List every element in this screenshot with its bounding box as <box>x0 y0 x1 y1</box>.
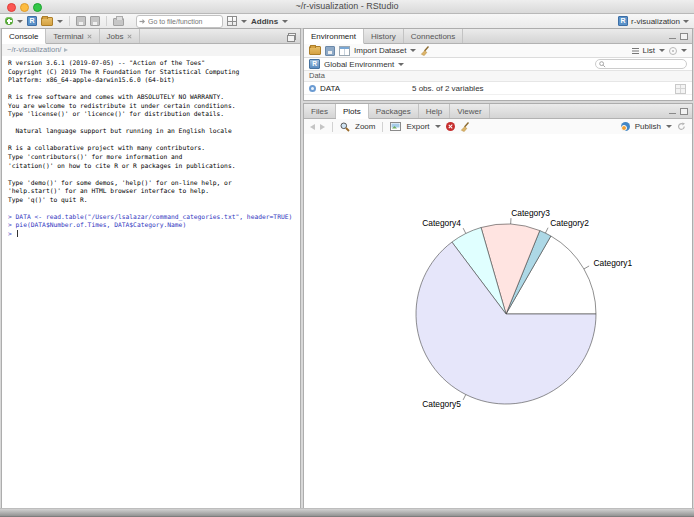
environment-pane: Environment History Connections Import D… <box>303 28 693 101</box>
minimize-pane-icon[interactable] <box>669 113 676 114</box>
maximize-pane-icon[interactable] <box>680 108 688 115</box>
new-project-icon[interactable]: R <box>27 16 37 26</box>
clear-workspace-broom-icon[interactable] <box>420 46 430 56</box>
console-line: Type 'demo()' for some demos, 'help()' f… <box>8 179 300 188</box>
tab-terminal[interactable]: Terminal <box>46 29 99 43</box>
environment-object-row[interactable]: DATA 5 obs. of 2 variables <box>304 82 692 95</box>
tab-connections[interactable]: Connections <box>404 29 463 43</box>
plots-toolbar: Zoom Export Publish <box>304 119 692 135</box>
list-view-icon[interactable] <box>632 48 639 55</box>
console-line <box>8 170 300 179</box>
zoom-plot-button[interactable]: Zoom <box>355 122 375 131</box>
tab-history[interactable]: History <box>364 29 404 43</box>
save-icon[interactable] <box>76 16 86 26</box>
tab-plots[interactable]: Plots <box>336 104 369 119</box>
save-all-icon[interactable] <box>90 16 100 26</box>
maximize-pane-icon[interactable] <box>680 33 688 40</box>
tab-label: Terminal <box>53 30 83 43</box>
chevron-down-icon[interactable] <box>282 20 288 23</box>
tab-files[interactable]: Files <box>304 104 336 118</box>
import-dataset-button[interactable]: Import Dataset <box>354 46 406 55</box>
chevron-down-icon[interactable] <box>57 20 63 23</box>
publish-icon[interactable] <box>621 122 630 131</box>
chevron-down-icon[interactable] <box>17 20 23 23</box>
environment-search-input[interactable] <box>608 60 680 69</box>
addins-menu[interactable]: Addins <box>251 17 278 26</box>
console-line <box>8 204 300 213</box>
close-icon[interactable] <box>87 34 92 39</box>
print-icon[interactable] <box>113 18 124 26</box>
view-table-icon[interactable] <box>675 84 686 94</box>
console-line: 'citation()' on how to cite R or R packa… <box>8 162 300 171</box>
next-plot-icon[interactable] <box>320 124 325 130</box>
clear-all-plots-broom-icon[interactable] <box>460 122 470 132</box>
project-selector[interactable]: R r-visualization <box>618 16 689 26</box>
console-line: R is free software and comes with ABSOLU… <box>8 93 300 102</box>
pane-controls <box>288 29 300 43</box>
tab-console[interactable]: Console <box>2 29 46 44</box>
zoom-magnifier-icon[interactable] <box>340 122 350 132</box>
environment-scope-bar: R Global Environment <box>304 58 692 71</box>
tab-label: Jobs <box>107 30 124 43</box>
toolbar-separator <box>106 16 107 26</box>
console-line <box>8 85 300 94</box>
plots-pane: Files Plots Packages Help Viewer Zoom Ex… <box>303 103 693 510</box>
open-file-icon[interactable] <box>41 17 53 26</box>
window-bottom-bar <box>0 508 694 516</box>
data-section-header: Data <box>304 71 692 82</box>
console-pane: Console Terminal Jobs ~/r-visualization/… <box>1 28 301 510</box>
chevron-down-icon[interactable] <box>435 125 441 128</box>
refresh-icon[interactable] <box>677 122 686 131</box>
pie-label: Category5 <box>422 399 461 409</box>
remove-plot-icon[interactable] <box>446 122 455 131</box>
maximize-pane-icon[interactable] <box>288 33 296 40</box>
close-icon[interactable] <box>127 34 132 39</box>
goto-working-directory-icon[interactable] <box>64 48 68 52</box>
zoom-window-icon[interactable] <box>33 3 42 12</box>
pie-label: Category4 <box>422 218 461 228</box>
minimize-window-icon[interactable] <box>20 3 29 12</box>
object-name[interactable]: DATA <box>320 84 340 93</box>
pie-chart: Category1Category2Category3Category4Cate… <box>304 134 692 509</box>
environment-search-box <box>595 59 687 69</box>
chevron-down-icon[interactable] <box>398 63 404 66</box>
chevron-down-icon[interactable] <box>241 20 247 23</box>
publish-button[interactable]: Publish <box>635 122 661 131</box>
chevron-down-icon[interactable] <box>410 49 416 52</box>
tab-help[interactable]: Help <box>419 104 450 118</box>
save-workspace-icon[interactable] <box>325 46 335 56</box>
export-image-icon[interactable] <box>390 122 401 131</box>
console-output[interactable]: R version 3.6.1 (2019-07-05) -- "Action … <box>2 56 300 509</box>
pie-label-tick <box>584 266 589 269</box>
import-dataset-icon[interactable] <box>339 46 350 56</box>
console-line: Type 'q()' to quit R. <box>8 196 300 205</box>
goto-file-input[interactable] <box>136 15 223 28</box>
plot-canvas: Category1Category2Category3Category4Cate… <box>304 134 692 509</box>
pane-layout-icon[interactable] <box>227 16 237 26</box>
gear-icon[interactable] <box>669 47 677 55</box>
previous-plot-icon[interactable] <box>310 124 315 130</box>
chevron-down-icon[interactable] <box>681 49 687 52</box>
toolbar-separator <box>69 16 70 26</box>
tab-packages[interactable]: Packages <box>369 104 419 118</box>
new-file-icon[interactable] <box>5 17 13 25</box>
list-view-button[interactable]: List <box>643 46 655 55</box>
close-window-icon[interactable] <box>7 3 16 12</box>
tab-label: Connections <box>411 30 455 43</box>
environment-scope-selector[interactable]: Global Environment <box>324 60 394 69</box>
rstudio-window: ~/r-visualization - RStudio R Addins R r… <box>0 0 694 517</box>
chevron-down-icon[interactable] <box>659 49 665 52</box>
tab-environment[interactable]: Environment <box>304 29 364 44</box>
tab-viewer[interactable]: Viewer <box>450 104 489 118</box>
pie-label: Category3 <box>511 208 550 218</box>
minimize-pane-icon[interactable] <box>669 38 676 39</box>
load-workspace-icon[interactable] <box>309 46 321 55</box>
title-bar: ~/r-visualization - RStudio <box>0 0 694 14</box>
tab-jobs[interactable]: Jobs <box>100 29 140 43</box>
console-tab-bar: Console Terminal Jobs <box>2 29 300 44</box>
chevron-down-icon[interactable] <box>666 125 672 128</box>
data-object-icon[interactable] <box>309 85 316 92</box>
export-plot-button[interactable]: Export <box>406 122 429 131</box>
pane-controls <box>669 104 692 118</box>
rstudio-window: { "window": { "title": "~/r-visualizatio… <box>0 0 694 517</box>
